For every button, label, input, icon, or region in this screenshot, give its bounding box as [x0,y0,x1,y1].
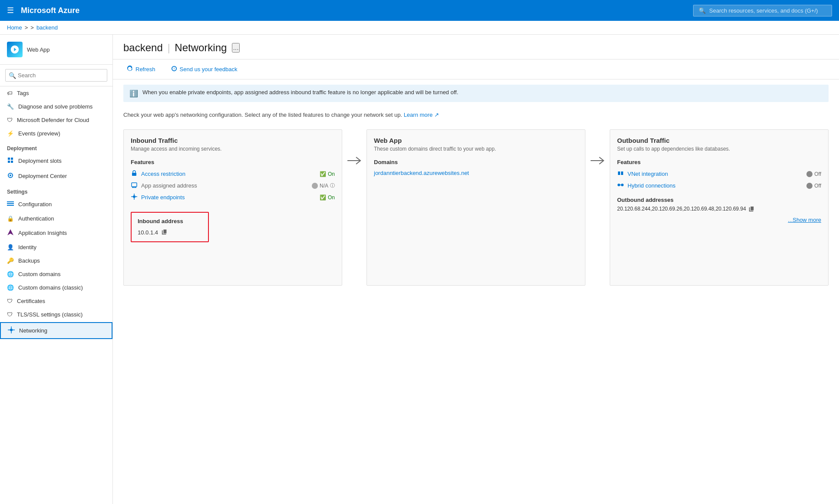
inbound-traffic-card: Inbound Traffic Manage access and incomi… [123,129,342,286]
outbound-traffic-title: Outbound Traffic [617,137,821,144]
check2-icon: ✅ [320,194,326,201]
toolbar: Refresh Send us your feedback [113,59,839,79]
vnet-integration-status: Off [806,171,821,177]
show-more-link[interactable]: ...Show more [617,217,821,223]
svg-rect-0 [8,158,10,160]
sidebar-item-label: Custom domains [18,271,61,277]
identity-icon: 👤 [7,244,14,250]
sidebar-item-label: Events (preview) [18,130,60,137]
sidebar-item-label: TLS/SSL settings (classic) [17,311,83,318]
sidebar-item-defender[interactable]: 🛡 Microsoft Defender for Cloud [0,113,112,127]
feature-row-access: Access restriction ✅ On [131,170,335,178]
breadcrumb-sep2: > [30,24,34,31]
sidebar-item-certificates[interactable]: 🛡 Certificates [0,294,112,308]
webapp-title: Web App [374,137,578,144]
access-restriction-link[interactable]: Access restriction [141,171,185,177]
sidebar-item-diagnose[interactable]: 🔧 Diagnose and solve problems [0,100,112,113]
outbound-addresses-value: 20.120.68.244,20.120.69.26,20.120.69.48,… [617,206,821,213]
info-circle-icon: ⓘ [330,182,335,189]
vnet-integration-link[interactable]: VNet integration [628,171,668,177]
certificates-icon: 🛡 [7,298,13,304]
refresh-button[interactable]: Refresh [123,64,159,75]
more-options-button[interactable]: ... [232,43,239,53]
feature-row-app-addr: App assigned address N/A ⓘ [131,181,335,190]
sidebar-item-backups[interactable]: 🔑 Backups [0,254,112,267]
sidebar-item-label: Backups [18,257,40,264]
learn-more-link[interactable]: Learn more ↗ [404,112,439,118]
sidebar-search-input[interactable] [5,69,107,82]
diagnose-icon: 🔧 [7,103,14,110]
copy-outbound-button[interactable] [749,206,755,213]
topbar-search-box[interactable]: 🔍 [693,5,832,16]
hybrid-connections-icon [617,181,624,190]
sidebar-search-icon: 🔍 [9,72,16,79]
svg-rect-2 [8,161,10,163]
info-icon: ℹ️ [129,89,138,98]
sidebar-item-deployment-slots[interactable]: Deployment slots [0,153,112,168]
feedback-icon [171,66,177,73]
refresh-icon [127,66,133,73]
sidebar-item-custom-domains-classic[interactable]: 🌐 Custom domains (classic) [0,281,112,294]
hamburger-icon[interactable]: ☰ [7,6,14,15]
hybrid-connections-link[interactable]: Hybrid connections [628,182,676,189]
sidebar-item-label: Application Insights [18,230,67,236]
inbound-features-label: Features [131,159,335,165]
svg-point-9 [10,329,13,331]
sidebar-section-settings: Settings [0,185,112,197]
breadcrumb-home[interactable]: Home [7,24,22,31]
svg-rect-1 [11,158,13,160]
feedback-button[interactable]: Send us your feedback [168,64,241,75]
private-endpoints-link[interactable]: Private endpoints [141,194,185,201]
deployment-slots-icon [7,157,14,165]
topbar-search-input[interactable] [709,7,826,14]
content-area: backend | Networking ... Refresh Send us… [113,35,839,504]
deployment-center-icon [7,172,14,180]
sidebar-item-custom-domains[interactable]: 🌐 Custom domains [0,267,112,281]
sidebar-item-app-insights[interactable]: Application Insights [0,225,112,240]
outbound-traffic-card: Outbound Traffic Set up calls to app dep… [610,129,829,286]
feature-row-private-ep: Private endpoints ✅ On [131,193,335,201]
description-text: Check your web app's networking configur… [113,107,839,122]
arrow-webapp-to-outbound [585,155,610,166]
app-assigned-address-icon [131,181,138,190]
topbar: ☰ Microsoft Azure 🔍 [0,0,839,21]
defender-icon: 🛡 [7,117,13,123]
sidebar-item-tags[interactable]: 🏷 Tags [0,86,112,100]
sidebar-item-tls-ssl[interactable]: 🛡 TLS/SSL settings (classic) [0,308,112,321]
sidebar-item-networking[interactable]: Networking [0,322,112,339]
info-banner-text: When you enable private endpoints, app a… [142,89,458,96]
off-circle-vnet-icon [806,171,813,177]
arrow-inbound-to-webapp [342,155,367,166]
app-assigned-address-label: App assigned address [141,182,197,189]
refresh-label: Refresh [135,66,155,72]
outbound-features-label: Features [617,159,821,165]
sidebar-header: Web App [0,35,112,65]
inbound-address-title: Inbound address [138,218,202,224]
sidebar-item-label: Microsoft Defender for Cloud [17,117,89,123]
breadcrumb-backend[interactable]: backend [36,24,58,31]
sidebar: Web App 🔍 🏷 Tags 🔧 Diagnose and solve pr… [0,35,113,504]
sidebar-item-label: Deployment slots [18,158,62,164]
svg-rect-15 [132,183,137,187]
sidebar-item-identity[interactable]: 👤 Identity [0,240,112,254]
breadcrumb-sep1: > [25,24,28,31]
svg-rect-3 [11,161,13,163]
copy-inbound-address-button[interactable] [162,229,168,236]
sidebar-item-label: Certificates [17,298,45,304]
sidebar-section-deployment: Deployment [0,142,112,153]
svg-point-22 [621,184,624,186]
app-title: Microsoft Azure [21,6,79,15]
vnet-integration-icon [617,170,624,178]
tags-icon: 🏷 [7,90,13,96]
configuration-icon [7,200,14,208]
sidebar-item-label: Configuration [18,201,52,208]
app-insights-icon [7,229,14,237]
sidebar-item-events[interactable]: ⚡ Events (preview) [0,127,112,140]
domain-link[interactable]: jordanntierbackend.azurewebsites.net [374,170,469,176]
sidebar-item-deployment-center[interactable]: Deployment Center [0,168,112,184]
inbound-address-value: 10.0.1.4 [138,229,158,236]
sidebar-item-configuration[interactable]: Configuration [0,197,112,212]
sidebar-item-authentication[interactable]: 🔒 Authentication [0,212,112,225]
svg-point-5 [10,175,11,176]
sidebar-search-container: 🔍 [0,65,112,86]
